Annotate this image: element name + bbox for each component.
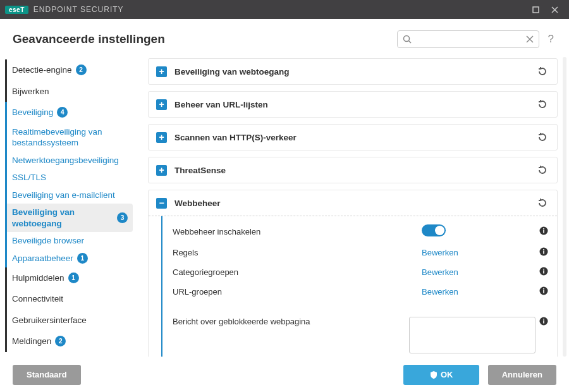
svg-rect-7 <box>543 249 544 250</box>
sidebar: Detectie-engine2 Bijwerken Beveiliging4 … <box>0 57 133 357</box>
revert-icon[interactable] <box>535 97 549 111</box>
toggle-enable-webbeheer[interactable] <box>422 224 446 236</box>
search-input[interactable] <box>415 35 522 44</box>
badge: 4 <box>57 107 68 118</box>
ok-button[interactable]: OK <box>403 365 479 385</box>
row-enable-webbeheer: Webbeheer inschakelen <box>162 220 557 243</box>
panel-title: ThreatSense <box>174 166 535 175</box>
sidebar-item-notifications[interactable]: Meldingen2 <box>5 331 133 352</box>
badge: 1 <box>77 253 88 264</box>
sidebar-item-ui[interactable]: Gebruikersinterface <box>5 310 133 331</box>
sidebar-item-ssltls[interactable]: SSL/TLS <box>5 169 133 187</box>
panel-title: Beheer van URL-lijsten <box>174 100 535 109</box>
info-icon[interactable] <box>535 247 548 258</box>
help-icon[interactable]: ? <box>546 33 556 46</box>
revert-icon[interactable] <box>535 163 549 177</box>
sidebar-item-network[interactable]: Netwerktoegangsbeveiliging <box>5 152 133 169</box>
cancel-button[interactable]: Annuleren <box>488 365 556 385</box>
collapse-minus-icon: − <box>156 198 167 209</box>
panel-body-webbeheer: Webbeheer inschakelen Regels Bewerken Ca… <box>161 216 557 357</box>
info-icon[interactable] <box>535 286 548 297</box>
svg-rect-12 <box>543 290 544 293</box>
svg-rect-4 <box>543 228 544 230</box>
badge: 3 <box>117 212 128 223</box>
row-block-message: Bericht over geblokkeerde webpagina <box>162 302 557 357</box>
edit-urlgroups-link[interactable]: Bewerken <box>422 287 458 297</box>
svg-point-1 <box>403 36 409 42</box>
footer: Standaard OK Annuleren <box>0 357 569 392</box>
row-label: Bericht over geblokkeerde webpagina <box>173 317 409 326</box>
panel-https-scan: + Scannen van HTTP(S)-verkeer <box>148 124 558 150</box>
svg-rect-13 <box>543 288 544 290</box>
sidebar-item-webaccess[interactable]: Beveiliging van webtoegang3 <box>5 204 133 232</box>
svg-rect-3 <box>543 230 544 233</box>
sidebar-item-detection[interactable]: Detectie-engine2 <box>5 59 133 81</box>
row-label: Webbeheer inschakelen <box>173 227 422 236</box>
panel-threatsense: + ThreatSense <box>148 157 558 183</box>
sidebar-item-tools[interactable]: Hulpmiddelen1 <box>5 267 133 289</box>
block-message-textarea[interactable] <box>409 317 535 353</box>
row-urlgroups: URL-groepen Bewerken <box>162 282 557 302</box>
sidebar-item-rtfs[interactable]: Realtimebeveiliging van bestandssysteem <box>5 123 133 152</box>
sidebar-item-email[interactable]: Beveiliging van e-mailclient <box>5 187 133 204</box>
row-label: URL-groepen <box>173 287 422 297</box>
svg-rect-15 <box>543 321 544 324</box>
row-label: Regels <box>173 248 422 257</box>
sidebar-item-secure-browser[interactable]: Beveiligde browser <box>5 232 133 250</box>
svg-rect-10 <box>543 269 544 270</box>
titlebar: eseT ENDPOINT SECURITY <box>0 0 569 19</box>
sidebar-item-device[interactable]: Apparaatbeheer1 <box>5 250 133 267</box>
panel-title: Webbeheer <box>174 199 535 208</box>
svg-rect-16 <box>543 319 544 320</box>
panel-title: Beveiliging van webtoegang <box>174 67 535 77</box>
panel-webbeheer: − Webbeheer Webbeheer inschakelen Regels… <box>148 190 558 357</box>
revert-icon[interactable] <box>535 130 549 144</box>
edit-catgroups-link[interactable]: Bewerken <box>422 267 458 277</box>
info-icon[interactable] <box>535 226 548 237</box>
search-box[interactable] <box>397 30 539 48</box>
brand-badge: eseT <box>5 6 28 14</box>
panel-header-https-scan[interactable]: + Scannen van HTTP(S)-verkeer <box>149 125 557 150</box>
panel-web-security: + Beveiliging van webtoegang <box>148 58 558 85</box>
window-close-icon[interactable] <box>545 0 564 19</box>
page-title: Geavanceerde instellingen <box>13 32 397 46</box>
panel-header-threatsense[interactable]: + ThreatSense <box>149 157 557 183</box>
sidebar-item-protection[interactable]: Beveiliging4 <box>5 102 133 123</box>
default-button[interactable]: Standaard <box>13 365 81 385</box>
clear-search-icon[interactable] <box>526 35 534 43</box>
expand-plus-icon: + <box>156 132 167 143</box>
svg-rect-6 <box>543 251 544 254</box>
shield-icon <box>429 371 438 379</box>
panel-title: Scannen van HTTP(S)-verkeer <box>174 133 535 142</box>
badge: 1 <box>68 273 79 283</box>
revert-icon[interactable] <box>535 64 549 78</box>
revert-icon[interactable] <box>535 196 549 210</box>
search-icon <box>403 35 412 44</box>
page-header: Geavanceerde instellingen ? <box>0 19 569 57</box>
svg-rect-0 <box>533 7 539 13</box>
row-rules: Regels Bewerken <box>162 243 557 262</box>
info-icon[interactable] <box>535 317 548 328</box>
edit-rules-link[interactable]: Bewerken <box>422 248 458 257</box>
sidebar-item-connectivity[interactable]: Connectiviteit <box>5 288 133 310</box>
content-area: + Beveiliging van webtoegang + Beheer va… <box>133 57 569 357</box>
svg-rect-9 <box>543 271 544 274</box>
badge: 2 <box>55 336 66 346</box>
panel-header-webbeheer[interactable]: − Webbeheer <box>149 190 557 216</box>
expand-plus-icon: + <box>156 99 167 110</box>
info-icon[interactable] <box>535 267 548 278</box>
sidebar-item-update[interactable]: Bijwerken <box>5 81 133 102</box>
row-catgroups: Categoriegroepen Bewerken <box>162 262 557 282</box>
panel-header-web-security[interactable]: + Beveiliging van webtoegang <box>149 59 557 84</box>
expand-plus-icon: + <box>156 165 167 176</box>
expand-plus-icon: + <box>156 66 167 77</box>
app-title: ENDPOINT SECURITY <box>34 5 124 14</box>
badge: 2 <box>76 64 87 75</box>
panel-header-url-lists[interactable]: + Beheer van URL-lijsten <box>149 92 557 117</box>
panel-url-lists: + Beheer van URL-lijsten <box>148 91 558 118</box>
row-label: Categoriegroepen <box>173 267 422 277</box>
window-maximize-icon[interactable] <box>526 0 545 19</box>
